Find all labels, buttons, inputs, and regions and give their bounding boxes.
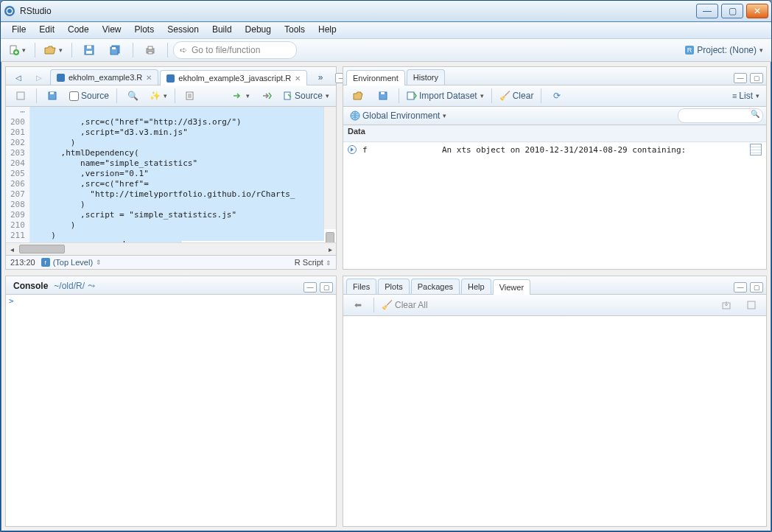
svg-rect-6 <box>87 46 91 49</box>
menu-tools[interactable]: Tools <box>278 22 312 38</box>
popout-viewer-button[interactable] <box>740 296 763 314</box>
run-icon <box>233 91 243 100</box>
maximize-button[interactable]: ▢ <box>721 4 743 18</box>
clear-workspace-button[interactable]: 🧹Clear <box>496 87 538 105</box>
svg-text:R: R <box>687 46 692 54</box>
pane-minimize-button[interactable]: — <box>734 282 747 293</box>
env-row[interactable]: f An xts object on 2010-12-31/2014-08-29… <box>343 142 766 157</box>
menu-build[interactable]: Build <box>206 22 239 38</box>
pane-minimize-button[interactable]: — <box>303 282 317 293</box>
source-on-save-label: Source <box>81 91 109 101</box>
close-icon[interactable]: ✕ <box>146 74 152 82</box>
svg-rect-7 <box>86 51 92 54</box>
svg-rect-13 <box>148 52 152 54</box>
env-search-input[interactable] <box>678 108 763 123</box>
left-column: ◁ ▷ ekholm_example3.R ✕ ekholm_example3_… <box>5 66 337 527</box>
menu-code[interactable]: Code <box>61 22 96 38</box>
tab-packages[interactable]: Packages <box>411 279 460 294</box>
folder-open-icon <box>353 91 363 101</box>
source-tab-1-label: ekholm_example3.R <box>69 73 142 82</box>
save-source-button[interactable] <box>41 87 64 105</box>
right-column: Environment History — ▢ Import Dataset▾ … <box>343 66 767 527</box>
console-body[interactable]: > <box>6 295 336 526</box>
save-workspace-button[interactable] <box>371 87 395 105</box>
tab-files[interactable]: Files <box>346 279 376 294</box>
menu-view[interactable]: View <box>96 22 128 38</box>
viewer-toolbar: ⬅ 🧹Clear All <box>343 295 766 316</box>
tab-plots[interactable]: Plots <box>378 279 409 294</box>
source-tab-1[interactable]: ekholm_example3.R ✕ <box>50 69 158 85</box>
project-menu[interactable]: R Project: (None) ▾ <box>681 41 767 59</box>
goto-file-function-input[interactable]: ➪ Go to file/function <box>173 41 297 59</box>
env-tab-bar: Environment History — ▢ <box>343 67 766 85</box>
clear-viewer-button[interactable]: 🧹Clear All <box>378 296 432 314</box>
env-var-name: f <box>362 145 436 155</box>
source-tab-2-label: ekholm_example3_javascript.R <box>178 74 291 83</box>
close-button[interactable]: ✕ <box>746 4 768 18</box>
viewer-back-button[interactable]: ⬅ <box>346 296 370 314</box>
print-button[interactable] <box>138 41 162 59</box>
nav-back-button[interactable]: ◁ <box>9 70 28 85</box>
file-type-selector[interactable]: R Script ⇕ <box>295 258 331 267</box>
pane-maximize-button[interactable]: ▢ <box>320 282 333 293</box>
nav-forward-button[interactable]: ▷ <box>29 70 49 85</box>
titlebar: RStudio — ▢ ✕ <box>1 1 771 22</box>
view-mode-button[interactable]: ≡ List▾ <box>729 87 763 105</box>
env-var-value: An xts object on 2010-12-31/2014-08-29 c… <box>442 145 744 155</box>
code-editor[interactable]: ⋯ 200 201 202 203 204 205 206 207 208 20… <box>6 107 336 242</box>
import-dataset-button[interactable]: Import Dataset▾ <box>403 87 488 105</box>
rerun-button[interactable] <box>255 87 278 105</box>
code-area[interactable]: ,src=c("href"="http://d3js.org/") ,scrip… <box>30 107 336 242</box>
more-tabs-button[interactable]: » <box>309 70 332 85</box>
tab-history[interactable]: History <box>407 69 445 85</box>
menu-file[interactable]: File <box>5 22 32 38</box>
svg-rect-12 <box>148 46 152 49</box>
run-button[interactable]: ▾ <box>229 87 253 105</box>
tab-help[interactable]: Help <box>461 279 491 294</box>
svg-point-2 <box>7 9 12 13</box>
text-cursor <box>124 241 124 242</box>
expand-icon[interactable] <box>348 145 357 154</box>
scope-selector[interactable]: f (Top Level) ⇕ <box>41 258 102 267</box>
save-button[interactable] <box>77 41 101 59</box>
source-tab-2[interactable]: ekholm_example3_javascript.R ✕ <box>160 70 307 85</box>
viewer-tab-bar: Files Plots Packages Help Viewer — ▢ <box>343 276 766 295</box>
globe-icon <box>350 111 360 121</box>
arrow-left-icon: ⬅ <box>354 300 362 310</box>
wand-button[interactable]: ✨▾ <box>146 87 171 105</box>
pane-minimize-button[interactable]: — <box>734 73 747 83</box>
popout-button[interactable] <box>9 87 32 105</box>
source-on-save-checkbox[interactable] <box>69 91 79 101</box>
view-data-icon[interactable] <box>750 144 762 155</box>
menu-edit[interactable]: Edit <box>32 22 61 38</box>
tab-viewer[interactable]: Viewer <box>493 279 530 295</box>
console-path: ~/old/R/ <box>54 278 85 294</box>
source-on-save-button[interactable]: Source <box>66 87 113 105</box>
compile-button[interactable] <box>179 87 203 105</box>
environment-scope-button[interactable]: Global Environment▾ <box>346 107 450 125</box>
refresh-button[interactable]: ⟳ <box>545 87 569 105</box>
horizontal-scrollbar[interactable]: ◂▸ <box>6 242 336 255</box>
find-button[interactable]: 🔍 <box>121 87 144 105</box>
menu-help[interactable]: Help <box>312 22 343 38</box>
pane-maximize-button[interactable]: ▢ <box>750 282 763 293</box>
console-path-link-icon[interactable]: ⤳ <box>86 278 96 294</box>
close-icon[interactable]: ✕ <box>295 74 301 83</box>
console-prompt: > <box>9 296 14 306</box>
save-all-button[interactable] <box>104 41 127 59</box>
new-file-button[interactable]: ▾ <box>5 41 29 59</box>
menu-plots[interactable]: Plots <box>128 22 161 38</box>
menu-debug[interactable]: Debug <box>239 22 278 38</box>
broom-icon: 🧹 <box>382 300 393 310</box>
pane-maximize-button[interactable]: ▢ <box>750 73 763 83</box>
vertical-scrollbar[interactable] <box>323 107 336 229</box>
load-workspace-button[interactable] <box>346 87 370 105</box>
broom-icon: 🧹 <box>499 91 510 101</box>
source-menu-button[interactable]: Source▾ <box>280 87 333 105</box>
goto-placeholder: Go to file/function <box>192 45 260 55</box>
export-button[interactable] <box>715 296 738 314</box>
open-file-button[interactable]: ▾ <box>41 41 66 59</box>
menu-session[interactable]: Session <box>161 22 206 38</box>
tab-environment[interactable]: Environment <box>346 70 405 85</box>
minimize-button[interactable]: — <box>696 4 718 18</box>
